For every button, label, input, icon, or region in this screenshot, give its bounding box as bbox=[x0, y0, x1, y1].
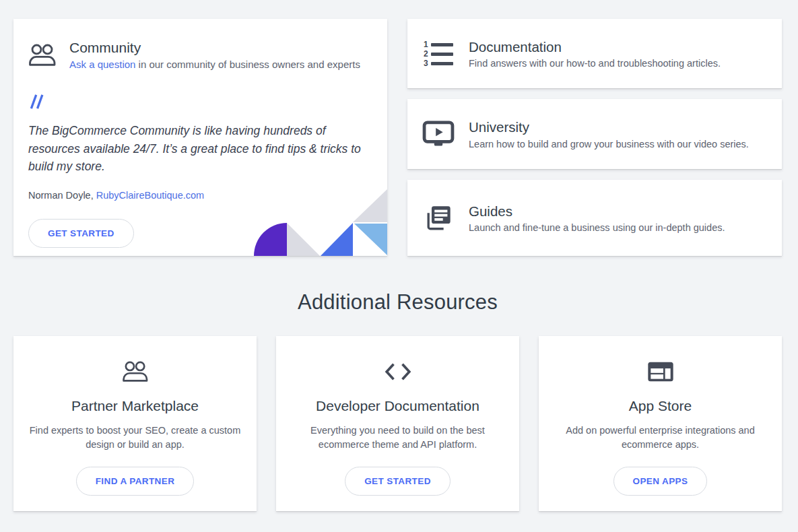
decor-gray-triangle-large bbox=[353, 189, 387, 222]
attribution-link[interactable]: RubyClaireBoutique.com bbox=[96, 190, 204, 201]
people-icon bbox=[28, 43, 57, 70]
dev-get-started-button[interactable]: GET STARTED bbox=[345, 467, 451, 496]
card-partner-marketplace: Partner Marketplace Find experts to boos… bbox=[13, 336, 257, 511]
community-subtitle-rest: in our community of business owners and … bbox=[135, 59, 360, 70]
people-icon bbox=[13, 358, 257, 385]
resource-card-guides[interactable]: Guides Launch and fine-tune a business u… bbox=[407, 180, 782, 256]
community-get-started-button[interactable]: GET STARTED bbox=[28, 219, 134, 248]
testimonial-quote: The BigCommerce Community is like having… bbox=[28, 122, 370, 176]
resource-card-list: 1 2 3 Documentation Find answers with ou… bbox=[407, 19, 782, 256]
attribution-name: Norman Doyle, bbox=[28, 190, 96, 201]
resource-card-university[interactable]: University Learn how to build and grow y… bbox=[407, 99, 782, 169]
numbered-list-icon: 1 2 3 bbox=[421, 40, 456, 67]
community-header: Community Ask a question in our communit… bbox=[28, 39, 367, 70]
resource-description: Launch and fine-tune a business using ou… bbox=[469, 222, 725, 233]
top-section: Community Ask a question in our communit… bbox=[13, 19, 782, 256]
decor-quarter-circle bbox=[254, 223, 287, 256]
community-card: Community Ask a question in our communit… bbox=[13, 19, 387, 256]
svg-text:2: 2 bbox=[424, 48, 428, 58]
card-description: Find experts to boost your SEO, create a… bbox=[24, 424, 246, 452]
stacked-pages-icon bbox=[421, 203, 456, 232]
svg-text:3: 3 bbox=[424, 58, 428, 67]
card-description: Everything you need to build on the best… bbox=[287, 424, 509, 452]
additional-resources-heading: Additional Resources bbox=[13, 290, 782, 314]
card-title: Developer Documentation bbox=[276, 397, 519, 415]
card-description: Add on powerful enterprise integrations … bbox=[550, 424, 772, 452]
geometric-decoration bbox=[253, 189, 387, 256]
resource-description: Find answers with our how-to and trouble… bbox=[469, 58, 721, 69]
card-title: Partner Marketplace bbox=[13, 397, 257, 415]
resource-title: University bbox=[469, 119, 749, 136]
resource-title: Documentation bbox=[469, 38, 721, 56]
video-monitor-icon bbox=[421, 121, 456, 147]
double-slash-quote-icon bbox=[28, 94, 367, 109]
app-window-icon bbox=[539, 358, 782, 385]
community-subtitle: Ask a question in our community of busin… bbox=[69, 59, 360, 70]
ask-question-link[interactable]: Ask a question bbox=[69, 59, 135, 70]
code-brackets-icon bbox=[276, 358, 519, 385]
svg-text:1: 1 bbox=[424, 40, 428, 49]
resource-title: Guides bbox=[469, 203, 725, 220]
find-a-partner-button[interactable]: FIND A PARTNER bbox=[76, 467, 195, 496]
resource-description: Learn how to build and grow your busines… bbox=[469, 139, 749, 149]
resource-card-documentation[interactable]: 1 2 3 Documentation Find answers with ou… bbox=[407, 19, 782, 88]
decor-lightblue-triangle bbox=[354, 224, 387, 255]
help-resources-page: Community Ask a question in our communit… bbox=[0, 0, 798, 511]
additional-resources-cards: Partner Marketplace Find experts to boos… bbox=[13, 336, 782, 511]
card-title: App Store bbox=[539, 397, 782, 415]
card-developer-documentation: Developer Documentation Everything you n… bbox=[276, 336, 519, 511]
open-apps-button[interactable]: OPEN APPS bbox=[613, 467, 708, 496]
community-title: Community bbox=[69, 39, 360, 57]
card-app-store: App Store Add on powerful enterprise int… bbox=[539, 336, 782, 511]
decor-blue-triangle bbox=[321, 223, 353, 256]
decor-gray-triangle-small bbox=[287, 223, 320, 256]
